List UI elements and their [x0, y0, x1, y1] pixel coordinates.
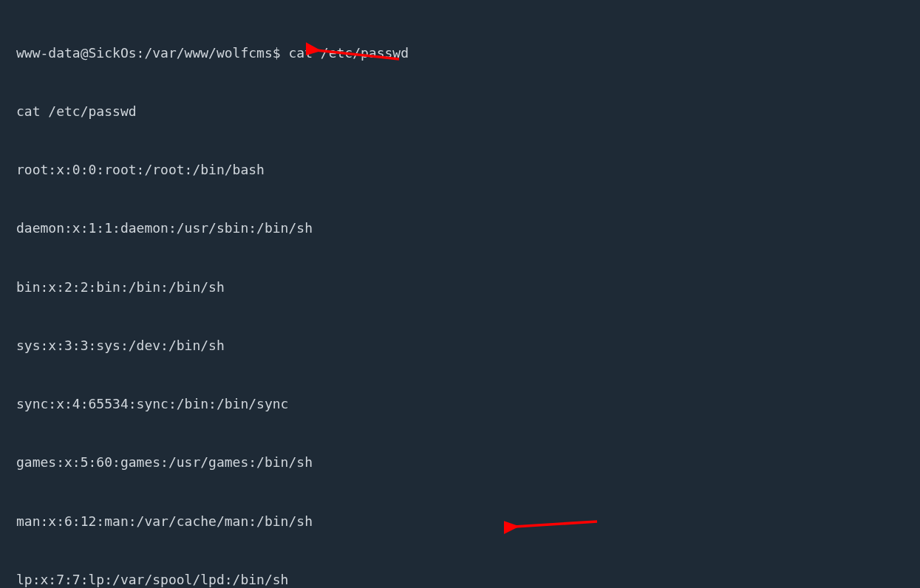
shell-prompt: www-data@SickOs:/var/www/wolfcms$ [16, 45, 288, 61]
command-text: cat /etc/passwd [288, 45, 409, 61]
output-line: games:x:5:60:games:/usr/games:/bin/sh [16, 453, 913, 472]
output-line: daemon:x:1:1:daemon:/usr/sbin:/bin/sh [16, 219, 913, 238]
output-line: bin:x:2:2:bin:/bin:/bin/sh [16, 278, 913, 297]
terminal[interactable]: www-data@SickOs:/var/www/wolfcms$ cat /e… [0, 0, 920, 588]
output-line: sys:x:3:3:sys:/dev:/bin/sh [16, 336, 913, 355]
output-line: root:x:0:0:root:/root:/bin/bash [16, 160, 913, 180]
output-line: man:x:6:12:man:/var/cache/man:/bin/sh [16, 512, 913, 531]
output-line: lp:x:7:7:lp:/var/spool/lpd:/bin/sh [16, 570, 913, 588]
prompt-line-1: www-data@SickOs:/var/www/wolfcms$ cat /e… [16, 44, 913, 63]
output-line: cat /etc/passwd [16, 102, 913, 121]
output-line: sync:x:4:65534:sync:/bin:/bin/sync [16, 394, 913, 414]
